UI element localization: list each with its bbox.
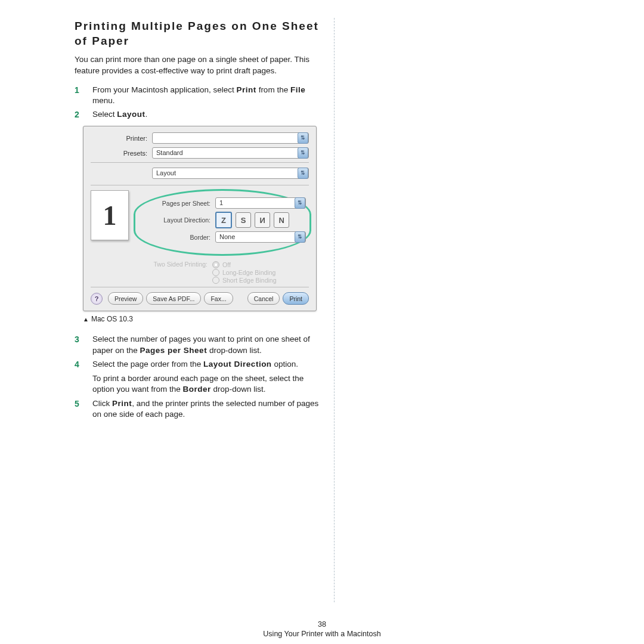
preview-button[interactable]: Preview <box>108 292 143 305</box>
pages-per-sheet-label: Pages per Sheet: <box>139 200 215 207</box>
direction-option-3[interactable]: И <box>255 212 270 228</box>
dropdown-icon[interactable] <box>295 197 305 209</box>
step-4-extra: To print a border around each page on th… <box>92 373 325 395</box>
step-number: 1 <box>75 85 79 96</box>
help-button[interactable]: ? <box>91 293 103 305</box>
direction-option-1[interactable]: Z <box>215 212 232 228</box>
step-2: 2 Select Layout. <box>75 109 325 120</box>
title-line2: of Paper <box>75 35 129 47</box>
save-as-pdf-button[interactable]: Save As PDF... <box>146 292 201 305</box>
dropdown-icon[interactable] <box>298 132 308 144</box>
print-dialog: Printer: Presets: Standard <box>83 126 317 311</box>
page-number: 38 <box>0 620 644 628</box>
presets-select[interactable]: Standard <box>152 147 309 159</box>
dropdown-icon[interactable] <box>298 168 308 179</box>
step-number: 2 <box>75 109 79 120</box>
radio-short-edge <box>212 277 219 284</box>
print-button[interactable]: Print <box>283 292 309 305</box>
step-3: 3 Select the number of pages you want to… <box>75 334 325 355</box>
triangle-icon: ▲ <box>83 316 89 323</box>
footer-chapter: Using Your Printer with a Macintosh <box>0 630 644 638</box>
dropdown-icon[interactable] <box>295 231 305 243</box>
dropdown-icon[interactable] <box>298 147 308 159</box>
page-footer: 38 Using Your Printer with a Macintosh <box>0 620 644 638</box>
presets-label: Presets: <box>91 150 152 157</box>
section-title: Printing Multiple Pages on One Sheet of … <box>75 19 325 48</box>
radio-long-edge <box>212 269 219 276</box>
radio-off <box>212 261 219 268</box>
column-divider <box>334 18 335 602</box>
border-select[interactable]: None <box>215 231 306 243</box>
two-sided-label: Two Sided Printing: <box>136 261 212 268</box>
step-number: 3 <box>75 334 79 345</box>
steps-list-bottom: 3 Select the number of pages you want to… <box>75 334 325 420</box>
cancel-button[interactable]: Cancel <box>247 292 280 305</box>
step-number: 4 <box>75 359 79 370</box>
separator <box>91 185 309 185</box>
direction-option-4[interactable]: N <box>274 212 289 228</box>
layout-direction-buttons: Z S И N <box>215 212 291 228</box>
intro-paragraph: You can print more than one page on a si… <box>75 54 325 76</box>
figure-caption: ▲Mac OS 10.3 <box>83 315 325 323</box>
title-line1: Printing Multiple Pages on One Sheet <box>75 20 319 32</box>
border-label: Border: <box>139 234 215 241</box>
step-5: 5 Click Print, and the printer prints th… <box>75 398 325 420</box>
printer-label: Printer: <box>91 135 152 142</box>
layout-direction-label: Layout Direction: <box>139 216 215 224</box>
step-4: 4 Select the page order from the Layout … <box>75 359 325 395</box>
direction-option-2[interactable]: S <box>236 212 251 228</box>
section-select[interactable]: Layout <box>152 168 309 179</box>
step-number: 5 <box>75 398 79 410</box>
separator <box>91 287 309 287</box>
highlight-oval: Pages per Sheet: 1 Layout Direction: Z <box>134 189 311 256</box>
steps-list-top: 1 From your Macintosh application, selec… <box>75 85 325 120</box>
two-sided-options: Off Long-Edge Binding Short Edge Binding <box>212 261 276 284</box>
separator <box>91 162 309 163</box>
pages-per-sheet-select[interactable]: 1 <box>215 197 306 209</box>
step-1: 1 From your Macintosh application, selec… <box>75 85 325 106</box>
printer-select[interactable] <box>152 132 309 144</box>
layout-preview: 1 <box>91 190 129 240</box>
fax-button[interactable]: Fax... <box>204 292 233 305</box>
